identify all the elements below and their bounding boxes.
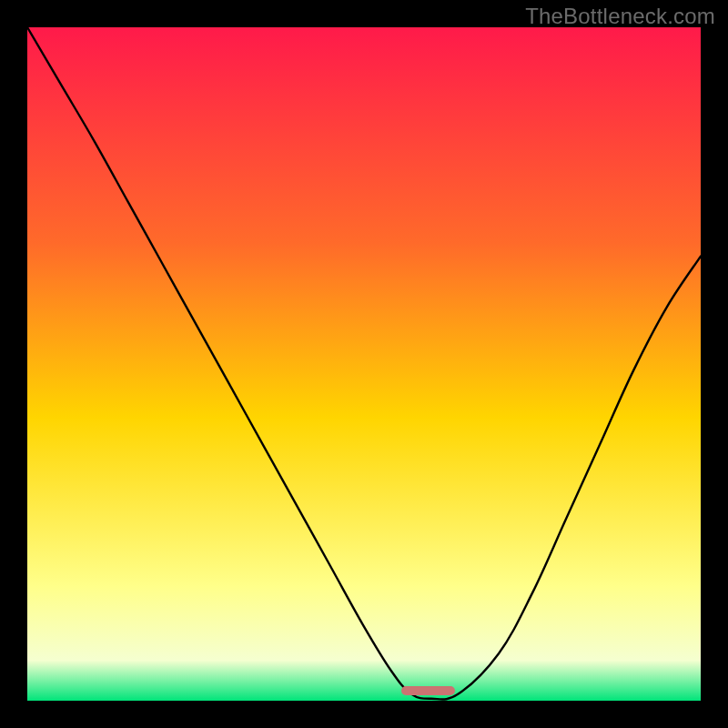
chart-svg	[27, 27, 701, 701]
watermark-text: TheBottleneck.com	[525, 4, 715, 29]
optimal-range-marker	[401, 686, 455, 695]
chart-frame: TheBottleneck.com	[0, 0, 728, 728]
plot-area	[27, 27, 701, 701]
gradient-background	[27, 27, 701, 701]
